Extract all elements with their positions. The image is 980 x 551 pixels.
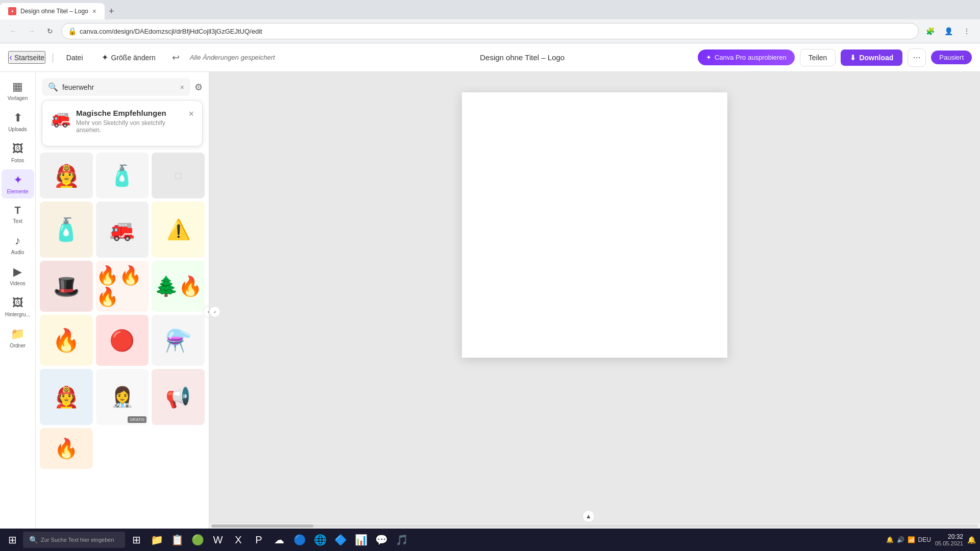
sidebar-item-ordner[interactable]: 📁 Ordner — [2, 323, 34, 353]
refresh-button[interactable]: ↻ — [43, 24, 57, 38]
sidebar-item-hintergrund[interactable]: 🖼 Hintergru... — [2, 292, 34, 321]
sidebar-item-videos[interactable]: ▶ Videos — [2, 261, 34, 290]
file-button[interactable]: Datei — [60, 51, 89, 65]
home-button[interactable]: ‹ Startseite — [8, 51, 45, 64]
panel-toggle-button[interactable]: ‹ — [209, 306, 220, 317]
search-panel: 🔍 × ⚙ 🚒 Magische Empfehlungen Mehr von S… — [36, 72, 209, 551]
list-item[interactable]: 📢 — [152, 369, 205, 425]
taskbar-system-tray: 🔔 🔊 📶 DEU 20:32 05.05.2021 🔔 — [886, 533, 976, 546]
uploads-icon: ⬆ — [13, 111, 22, 124]
list-item[interactable]: 🔥 — [40, 428, 93, 469]
canvas-page — [462, 92, 727, 358]
list-item[interactable]: 🧴 — [40, 202, 93, 258]
saved-status: Alle Änderungen gespeichert — [190, 54, 275, 61]
sidebar-item-fotos[interactable]: 🖼 Fotos — [2, 138, 34, 167]
scroll-track — [211, 524, 978, 528]
videos-icon: ▶ — [13, 265, 22, 279]
canvas-area: ‹ ▲ Hinweise 220 % ⊡ 1 — [209, 72, 980, 551]
taskbar-music[interactable]: 🎵 — [393, 531, 411, 549]
topbar-left: ‹ Startseite | Datei ✦ Größe ändern ↩ Al… — [8, 49, 347, 65]
list-item[interactable]: □ — [152, 153, 205, 198]
taskbar-pin1[interactable]: 📋 — [168, 531, 186, 549]
horizontal-scrollbar[interactable] — [209, 522, 980, 529]
sidebar-item-elemente[interactable]: ✦ Elemente — [2, 169, 34, 198]
audio-icon: ♪ — [15, 234, 20, 247]
hintergrund-icon: 🖼 — [12, 296, 23, 310]
search-icon: 🔍 — [48, 82, 58, 92]
canvas-scroll[interactable] — [209, 72, 980, 522]
magic-recommendations-popup: 🚒 Magische Empfehlungen Mehr von Sketchi… — [42, 100, 203, 146]
list-item[interactable]: 🔥🔥🔥 — [96, 261, 149, 312]
taskbar-app1[interactable]: 🔵 — [290, 531, 309, 549]
taskbar-pin2[interactable]: 🟢 — [188, 531, 207, 549]
list-item[interactable]: 🚒 — [96, 202, 149, 258]
taskbar-explorer[interactable]: 📁 — [148, 531, 166, 549]
profile-button[interactable]: 👤 — [941, 24, 955, 38]
main-content: ▦ Vorlagen ⬆ Uploads 🖼 Fotos ✦ Elemente … — [0, 72, 980, 551]
canva-pro-button[interactable]: ✦ Canva Pro ausprobieren — [698, 49, 795, 65]
list-item[interactable]: ⚠️ — [152, 202, 205, 258]
download-button[interactable]: ⬇ Download — [841, 49, 902, 66]
images-scroll: 🧑‍🚒 🧴 □ 🧴 🚒 ⚠ — [36, 153, 209, 551]
address-text: canva.com/design/DAEdomzscjl/drBfjHdCojl… — [80, 28, 262, 35]
taskbar-onedrive[interactable]: ☁ — [270, 531, 288, 549]
topbar-right: ✦ Canva Pro ausprobieren Teilen ⬇ Downlo… — [698, 48, 972, 67]
address-bar[interactable]: 🔒 canva.com/design/DAEdomzscjl/drBfjHdCo… — [61, 23, 919, 39]
taskbar-ppt[interactable]: P — [250, 531, 268, 549]
forward-button[interactable]: → — [24, 24, 39, 38]
gratis-badge: GRATIS — [128, 416, 146, 423]
elemente-icon: ✦ — [13, 173, 22, 187]
fotos-icon: 🖼 — [12, 142, 23, 156]
taskbar-word[interactable]: W — [209, 531, 227, 549]
magic-close-button[interactable]: × — [188, 109, 194, 119]
list-item[interactable]: 🧑‍🚒 — [40, 153, 93, 198]
notification-button[interactable]: 🔔 — [967, 536, 976, 544]
taskbar-excel[interactable]: X — [229, 531, 248, 549]
browser-menu-button[interactable]: ⋮ — [960, 24, 974, 38]
vorlagen-icon: ▦ — [12, 80, 23, 93]
topbar-separator: | — [52, 52, 54, 63]
sidebar-item-uploads[interactable]: ⬆ Uploads — [2, 107, 34, 136]
extensions-button[interactable]: 🧩 — [923, 24, 937, 38]
pause-button[interactable]: Pausiert — [931, 51, 972, 64]
magic-subtitle: Mehr von Sketchify von sketchify ansehen… — [76, 119, 188, 134]
browser-tab[interactable]: ✦ Design ohne Titel – Logo × — [0, 3, 105, 19]
search-bar: 🔍 × ⚙ — [36, 72, 209, 100]
taskbar-edge[interactable]: 🔷 — [331, 531, 350, 549]
scroll-thumb[interactable] — [211, 524, 313, 528]
start-button[interactable]: ⊞ — [4, 532, 21, 548]
taskbar-sys-icons: 🔔 🔊 📶 DEU — [886, 536, 931, 543]
back-button[interactable]: ← — [6, 24, 20, 38]
list-item[interactable]: 🎩 — [40, 261, 93, 312]
list-item[interactable]: 🔴 — [96, 315, 149, 366]
list-item[interactable]: 🧑‍🚒 — [40, 369, 93, 425]
search-input[interactable] — [62, 83, 176, 91]
tab-close-button[interactable]: × — [92, 7, 96, 15]
clear-search-button[interactable]: × — [180, 83, 184, 91]
more-options-button[interactable]: ··· — [908, 48, 926, 67]
page-up-button[interactable]: ▲ — [582, 510, 595, 522]
share-button[interactable]: Teilen — [800, 49, 836, 66]
taskbar-app2[interactable]: 📊 — [352, 531, 370, 549]
tab-favicon: ✦ — [8, 7, 16, 15]
list-item[interactable]: 🌲🔥 — [152, 261, 205, 312]
windows-taskbar: ⊞ 🔍 Zur Suche Text hier eingeben ⊞ 📁 📋 🟢… — [0, 529, 980, 551]
magic-title: Magische Empfehlungen — [76, 109, 188, 117]
taskbar-search[interactable]: 🔍 Zur Suche Text hier eingeben — [23, 532, 125, 548]
search-input-wrap[interactable]: 🔍 × — [42, 78, 190, 96]
sidebar-item-audio[interactable]: ♪ Audio — [2, 230, 34, 259]
resize-button[interactable]: ✦ Größe ändern — [95, 49, 162, 65]
list-item[interactable]: ⚗️ — [152, 315, 205, 366]
sidebar-item-text[interactable]: T Text — [2, 201, 34, 228]
new-tab-button[interactable]: + — [105, 4, 118, 19]
text-icon: T — [14, 205, 20, 216]
list-item[interactable]: 🧴 — [96, 153, 149, 198]
filter-button[interactable]: ⚙ — [194, 82, 203, 93]
list-item[interactable]: 🔥 — [40, 315, 93, 366]
taskbar-chrome[interactable]: 🌐 — [311, 531, 329, 549]
taskbar-task-view[interactable]: ⊞ — [127, 531, 145, 549]
taskbar-app3[interactable]: 💬 — [372, 531, 390, 549]
list-item[interactable]: 👩‍⚕️ GRATIS — [96, 369, 149, 425]
sidebar-item-vorlagen[interactable]: ▦ Vorlagen — [2, 76, 34, 105]
undo-button[interactable]: ↩ — [168, 50, 184, 65]
